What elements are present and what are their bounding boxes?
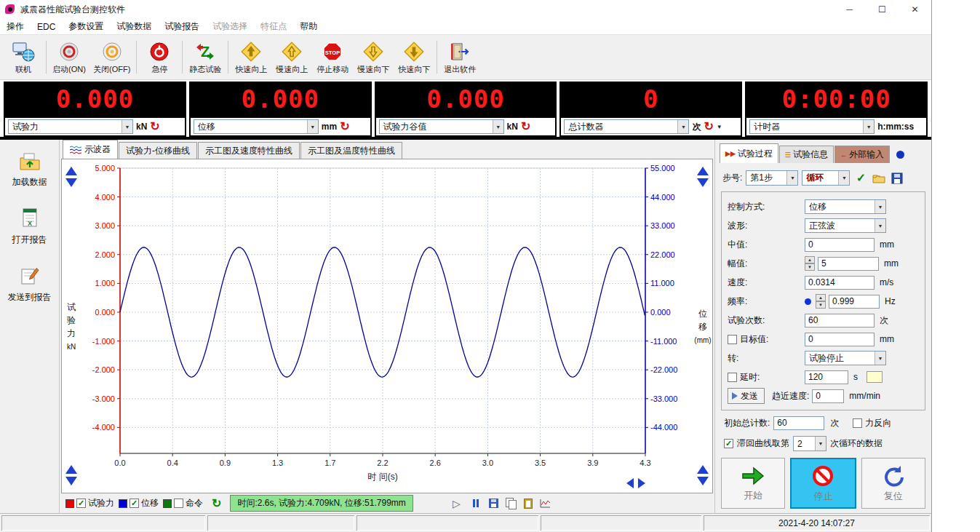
send-button[interactable]: 发送	[728, 388, 765, 404]
right-axis-pan-up-icon[interactable]	[697, 465, 709, 474]
delay-input[interactable]: 120	[805, 370, 848, 384]
speed-input[interactable]: 0.0314	[805, 276, 875, 290]
send-to-report-button[interactable]: 发送到报告	[8, 265, 52, 303]
frequency-stepper[interactable]: ▲▼	[816, 294, 826, 309]
static-test-button[interactable]: Z 静态试验	[185, 36, 226, 78]
left-axis-zoom-down-icon[interactable]	[65, 178, 77, 187]
fast-down-button[interactable]: 快速向下	[394, 36, 434, 78]
timer-channel-select[interactable]: 计时器▼	[749, 119, 875, 134]
curve-export-icon[interactable]	[538, 497, 552, 509]
slow-down-button[interactable]: 慢速向下	[353, 36, 394, 78]
stop-move-button[interactable]: STOP 停止移动	[312, 36, 353, 78]
right-axis-zoom-up-icon[interactable]	[697, 167, 709, 175]
test-force-channel-select[interactable]: 试验力▼	[8, 119, 133, 134]
reset-channel-icon[interactable]: ↻	[150, 121, 159, 132]
save-curve-icon[interactable]	[489, 499, 498, 508]
menu-test-select[interactable]: 试验选择	[206, 19, 254, 34]
step-up-icon[interactable]: ▲	[816, 294, 826, 301]
start-on-button[interactable]: 启动(ON)	[49, 36, 89, 78]
left-axis-pan-down-icon[interactable]	[65, 477, 77, 485]
mode-select[interactable]: 循环▼	[802, 170, 850, 186]
close-off-button[interactable]: 关闭(OFF)	[89, 36, 134, 78]
displacement-channel-select[interactable]: 位移▼	[194, 119, 319, 134]
force-valley-channel-select[interactable]: 试验力谷值▼	[379, 119, 504, 134]
frequency-input[interactable]: 0.999	[829, 295, 880, 309]
counter-options-dropdown-icon[interactable]: ▼	[717, 124, 722, 130]
connect-button[interactable]: 联机	[3, 36, 44, 78]
maximize-button[interactable]: ☐	[866, 0, 899, 19]
tab-external-input[interactable]: ← 外部输入	[834, 146, 890, 163]
scroll-left-icon[interactable]	[626, 478, 634, 488]
right-axis-pan-down-icon[interactable]	[697, 477, 709, 485]
load-data-button[interactable]: 加载数据	[12, 151, 47, 188]
confirm-step-button[interactable]: ✓	[853, 171, 868, 186]
step-down-icon[interactable]: ▼	[816, 301, 826, 309]
approach-speed-input[interactable]: 0	[812, 389, 844, 403]
displacement-visibility-checkbox[interactable]	[130, 499, 139, 508]
tab-force-displacement-curve[interactable]: 试验力-位移曲线	[119, 142, 197, 159]
turn-select[interactable]: 试验停止▼	[805, 351, 886, 365]
test-count-input[interactable]: 60	[805, 314, 875, 327]
refresh-curve-icon[interactable]: ↻	[212, 496, 221, 510]
fast-up-icon	[240, 40, 262, 63]
tab-indicator-temperature-curve[interactable]: 示工图及温度特性曲线	[300, 142, 402, 159]
step-select[interactable]: 第1步▼	[746, 170, 798, 186]
minimize-button[interactable]: ─	[833, 0, 866, 19]
total-counter-channel-select[interactable]: 总计数器▼	[564, 119, 689, 134]
menu-parameter-settings[interactable]: 参数设置	[62, 19, 110, 34]
control-mode-select[interactable]: 位移▼	[805, 199, 886, 214]
left-tick-label: -3.000	[92, 394, 115, 403]
open-step-file-button[interactable]	[872, 171, 886, 186]
menu-help[interactable]: 帮助	[293, 19, 324, 34]
left-axis-pan-up-icon[interactable]	[65, 465, 77, 474]
open-report-button[interactable]: X 打开报告	[12, 207, 47, 246]
test-force-visibility-checkbox[interactable]	[76, 499, 86, 508]
reset-channel-icon[interactable]: ↻	[704, 121, 713, 132]
tab-test-info[interactable]: ☰ 试验信息	[779, 146, 834, 163]
command-visibility-checkbox[interactable]	[174, 499, 183, 508]
hysteresis-checkbox[interactable]	[724, 439, 733, 448]
tab-indicator-speed-curve[interactable]: 示工图及速度特性曲线	[198, 142, 300, 159]
menu-test-report[interactable]: 试验报告	[158, 19, 206, 34]
display-timer: 0:00:00 计时器▼ h:mm:ss	[745, 82, 928, 137]
target-checkbox[interactable]	[728, 335, 737, 344]
menu-feature-points[interactable]: 特征点	[254, 19, 293, 34]
app-window: 减震器性能试验台测控软件 ─ ☐ ✕ 操作 EDC 参数设置 试验数据 试验报告…	[0, 0, 932, 532]
paste-icon[interactable]	[524, 499, 533, 509]
amplitude-input[interactable]: 5	[818, 257, 879, 271]
start-test-button[interactable]: 开始	[721, 458, 785, 509]
force-reverse-checkbox[interactable]	[853, 418, 862, 428]
fast-up-button[interactable]: 快速向上	[231, 36, 271, 78]
emergency-stop-button[interactable]: 急停	[139, 36, 180, 78]
initial-count-input[interactable]: 60	[773, 416, 824, 430]
waveform-select[interactable]: 正弦波▼	[805, 218, 886, 233]
left-axis-zoom-up-icon[interactable]	[65, 167, 77, 175]
reset-channel-icon[interactable]: ↻	[340, 121, 349, 132]
delay-checkbox[interactable]	[728, 373, 737, 382]
stop-test-button[interactable]: 停止	[790, 458, 856, 509]
amplitude-stepper[interactable]: ▲▼	[805, 256, 815, 271]
menu-test-data[interactable]: 试验数据	[110, 19, 158, 34]
exit-button[interactable]: 退出软件	[439, 36, 480, 78]
step-down-icon[interactable]: ▼	[805, 263, 815, 271]
menu-operation[interactable]: 操作	[0, 19, 31, 34]
play-icon[interactable]: ▷	[450, 497, 463, 509]
slow-up-button[interactable]: 慢速向上	[271, 36, 312, 78]
target-value-input[interactable]: 0	[805, 333, 875, 346]
save-step-button[interactable]	[890, 171, 904, 186]
reset-channel-icon[interactable]: ↻	[521, 121, 530, 132]
amplitude-row: 幅值: ▲▼ 5 mm	[728, 254, 920, 273]
step-value: 第1步	[746, 172, 786, 184]
menu-edc[interactable]: EDC	[31, 20, 62, 33]
close-button[interactable]: ✕	[899, 0, 931, 19]
scroll-right-icon[interactable]	[638, 478, 645, 488]
tab-oscilloscope[interactable]: 示波器	[63, 140, 118, 159]
pause-icon[interactable]	[469, 497, 483, 509]
right-axis-zoom-down-icon[interactable]	[697, 178, 709, 187]
hysteresis-cycle-select[interactable]: 2▼	[793, 436, 826, 451]
step-up-icon[interactable]: ▲	[805, 256, 815, 263]
mid-value-input[interactable]: 0	[805, 238, 875, 252]
reset-button[interactable]: 复位	[861, 458, 925, 509]
copy-icon[interactable]	[504, 497, 518, 509]
tab-test-process[interactable]: ▶▶ 试验过程	[720, 143, 778, 163]
